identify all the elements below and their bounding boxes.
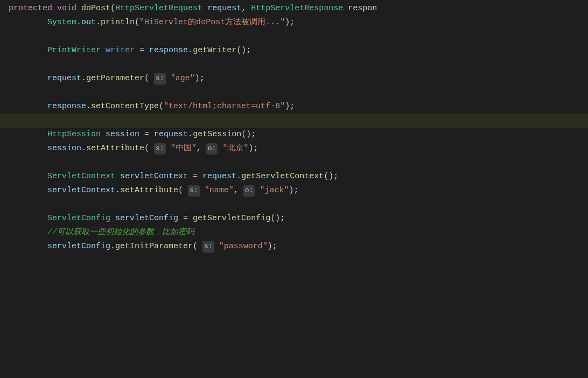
code-line: HttpSession session = request.getSession… xyxy=(0,128,588,142)
code-token: writer xyxy=(106,44,135,57)
code-token: setContentType xyxy=(91,100,159,113)
code-token xyxy=(9,142,47,155)
code-token: setAttribute xyxy=(86,142,144,155)
code-token: ); xyxy=(248,142,258,155)
code-token: servletContext xyxy=(120,170,188,183)
code-token: "jack" xyxy=(260,184,289,197)
code-token: session xyxy=(47,142,81,155)
code-token xyxy=(115,170,120,183)
code-token: . xyxy=(188,128,193,141)
code-line xyxy=(0,30,588,44)
code-token: "text/html;charset=utf-8" xyxy=(164,100,285,113)
code-token: . xyxy=(81,72,86,85)
code-token xyxy=(76,2,81,15)
code-token: protected xyxy=(9,2,52,15)
code-token: getSession xyxy=(193,128,241,141)
code-token xyxy=(9,212,47,225)
code-token: println xyxy=(101,16,135,29)
code-token: request xyxy=(207,2,241,15)
code-token: ServletContext xyxy=(47,170,115,183)
param-label-s: s: xyxy=(154,143,166,155)
code-token xyxy=(9,184,47,197)
code-token: void xyxy=(57,2,76,15)
code-token: doPost xyxy=(81,2,110,15)
code-token: servletContext xyxy=(47,184,115,197)
code-token: . xyxy=(76,16,81,29)
code-token: getInitParameter xyxy=(115,240,193,253)
code-token: ( xyxy=(135,16,139,29)
code-token: ); xyxy=(285,16,295,29)
param-label-s: s: xyxy=(202,241,214,253)
code-token xyxy=(200,184,205,197)
code-token: (); xyxy=(241,128,256,141)
code-token: HttpSession xyxy=(47,128,101,141)
code-token xyxy=(9,100,47,113)
code-token xyxy=(214,240,219,253)
code-line: request.getParameter( s: "age"); xyxy=(0,72,588,86)
code-token: , xyxy=(197,142,206,155)
code-token: HttpServletResponse xyxy=(251,2,343,15)
code-line: ServletConfig servletConfig = getServlet… xyxy=(0,212,588,226)
code-token: setAttribute xyxy=(120,184,178,197)
code-line: System.out.println("HiServlet的doPost方法被调… xyxy=(0,16,588,30)
code-line: session.setAttribute( s: "中国", o: "北京"); xyxy=(0,142,588,156)
code-line xyxy=(0,156,588,170)
code-token xyxy=(101,44,106,57)
code-token xyxy=(9,128,47,141)
code-token xyxy=(101,128,106,141)
code-line: PrintWriter writer = response.getWriter(… xyxy=(0,44,588,58)
code-line: ServletContext servletContext = request.… xyxy=(0,170,588,184)
code-block: protected void doPost(HttpServletRequest… xyxy=(0,0,588,256)
code-line: protected void doPost(HttpServletRequest… xyxy=(0,2,588,16)
code-token: respon xyxy=(343,2,377,15)
code-token: servletConfig xyxy=(115,212,178,225)
code-token: request xyxy=(154,128,188,141)
code-token: , xyxy=(234,184,243,197)
code-token: servletConfig xyxy=(47,240,110,253)
code-token: getServletConfig xyxy=(193,212,270,225)
code-line: response.setContentType("text/html;chars… xyxy=(0,100,588,114)
param-label-o: o: xyxy=(243,185,255,197)
code-token: session xyxy=(106,128,139,141)
code-token: response xyxy=(149,44,188,57)
code-token xyxy=(166,72,171,85)
code-token: ( xyxy=(144,142,154,155)
param-label-s: s: xyxy=(154,73,166,85)
code-token: (); xyxy=(324,170,338,183)
code-line xyxy=(0,114,588,128)
code-token: ( xyxy=(193,240,202,253)
code-token xyxy=(255,184,260,197)
code-token: = xyxy=(139,128,154,141)
code-token xyxy=(218,142,222,155)
code-token: ); xyxy=(285,100,295,113)
code-token: ( xyxy=(159,100,164,113)
code-token: getServletContext xyxy=(241,170,324,183)
code-token xyxy=(9,72,47,85)
code-token: (); xyxy=(270,212,285,225)
code-token: "中国" xyxy=(171,142,197,155)
code-token: . xyxy=(86,100,91,113)
code-token: HttpServletRequest xyxy=(115,2,202,15)
code-token xyxy=(110,212,115,225)
code-token: response xyxy=(47,100,86,113)
code-token: ( xyxy=(144,72,154,85)
code-line: servletConfig.getInitParameter( s: "pass… xyxy=(0,240,588,254)
code-token: ServletConfig xyxy=(47,212,110,225)
code-token: . xyxy=(96,16,101,29)
code-token: . xyxy=(81,142,86,155)
code-token: ( xyxy=(178,184,188,197)
code-token: ); xyxy=(268,240,277,253)
param-label-o: o: xyxy=(206,143,218,155)
code-token: , xyxy=(241,2,251,15)
code-token xyxy=(9,44,47,57)
code-token: request xyxy=(202,170,236,183)
code-comment: //可以获取一些初始化的参数，比如密码 xyxy=(9,226,194,239)
code-token: ); xyxy=(195,72,205,85)
code-token: System xyxy=(47,16,76,29)
code-token: . xyxy=(236,170,241,183)
code-line xyxy=(0,58,588,72)
code-token: getParameter xyxy=(86,72,144,85)
code-token: getWriter xyxy=(193,44,236,57)
code-editor: protected void doPost(HttpServletRequest… xyxy=(0,0,588,378)
code-token: (); xyxy=(236,44,251,57)
